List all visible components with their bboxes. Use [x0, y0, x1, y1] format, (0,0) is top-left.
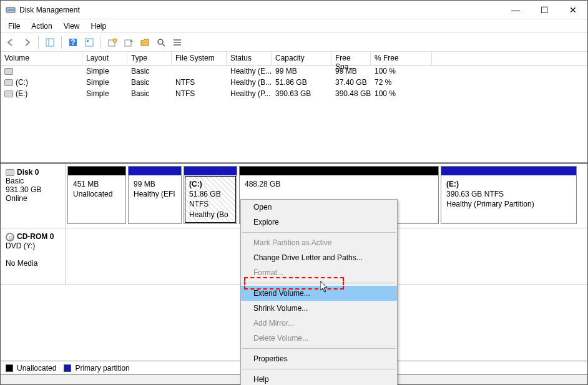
- minimize-button[interactable]: —: [501, 1, 530, 19]
- titlebar: Disk Management — ☐ ✕: [1, 1, 587, 19]
- partition[interactable]: 451 MBUnallocated: [67, 166, 126, 224]
- forward-button[interactable]: [19, 35, 34, 50]
- ctx-extend-volume[interactable]: Extend Volume...: [241, 286, 397, 301]
- partition[interactable]: 99 MBHealthy (EFI: [128, 166, 182, 224]
- menu-view[interactable]: View: [59, 21, 85, 32]
- ctx-shrink-volume[interactable]: Shrink Volume...: [241, 301, 397, 316]
- partition[interactable]: (E:)390.63 GB NTFSHealthy (Primary Parti…: [441, 166, 577, 224]
- svg-point-11: [158, 39, 163, 44]
- create-vhd-button[interactable]: [105, 35, 120, 50]
- volume-row[interactable]: (E:)SimpleBasicNTFSHealthy (P...390.63 G…: [1, 88, 587, 99]
- help-button[interactable]: ?: [66, 35, 81, 50]
- ctx-add-mirror: Add Mirror...: [241, 316, 397, 331]
- disk-management-window: Disk Management — ☐ ✕ File Action View H…: [0, 0, 588, 385]
- col-capacity[interactable]: Capacity: [272, 52, 331, 65]
- legend-primary: Primary partition: [75, 364, 129, 373]
- col-volume[interactable]: Volume: [1, 52, 82, 65]
- svg-rect-13: [174, 39, 181, 41]
- window-title: Disk Management: [19, 6, 501, 14]
- menu-action[interactable]: Action: [26, 21, 57, 32]
- ctx-mark-active: Mark Partition as Active: [241, 235, 397, 250]
- maximize-button[interactable]: ☐: [530, 1, 559, 19]
- svg-rect-6: [86, 39, 93, 46]
- attach-vhd-button[interactable]: [121, 35, 136, 50]
- volume-row[interactable]: (C:)SimpleBasicNTFSHealthy (B...51.86 GB…: [1, 77, 587, 88]
- col-filesystem[interactable]: File System: [172, 52, 227, 65]
- menubar: File Action View Help: [1, 19, 587, 33]
- settings-button[interactable]: [82, 35, 97, 50]
- rescan-button[interactable]: [154, 35, 169, 50]
- legend-primary-swatch: [64, 364, 71, 372]
- ctx-format: Format...: [241, 265, 397, 280]
- back-button[interactable]: [3, 35, 18, 50]
- svg-rect-2: [46, 39, 54, 46]
- ctx-delete-volume: Delete Volume...: [241, 331, 397, 346]
- list-button[interactable]: [170, 35, 185, 50]
- disk-0-label[interactable]: Disk 0 Basic 931.30 GB Online: [1, 164, 66, 228]
- cdrom-0-label[interactable]: CD-ROM 0 DVD (Y:) No Media: [1, 228, 66, 284]
- context-menu: Open Explore Mark Partition as Active Ch…: [240, 199, 398, 385]
- cdrom-icon: [6, 233, 14, 241]
- ctx-explore[interactable]: Explore: [241, 215, 397, 230]
- col-type[interactable]: Type: [127, 52, 172, 65]
- close-button[interactable]: ✕: [559, 1, 587, 19]
- svg-line-12: [162, 44, 165, 46]
- app-icon: [6, 5, 16, 15]
- volume-list: Volume Layout Type File System Status Ca…: [1, 52, 587, 163]
- svg-rect-10: [125, 40, 131, 46]
- ctx-help[interactable]: Help: [241, 372, 397, 385]
- col-layout[interactable]: Layout: [82, 52, 127, 65]
- col-free[interactable]: Free Spa...: [331, 52, 371, 65]
- ctx-change-letter[interactable]: Change Drive Letter and Paths...: [241, 250, 397, 265]
- col-status[interactable]: Status: [227, 52, 272, 65]
- svg-rect-1: [7, 9, 14, 11]
- partition[interactable]: (C:)51.86 GB NTFSHealthy (Bo: [184, 166, 237, 224]
- show-hide-tree-button[interactable]: [42, 35, 57, 50]
- volume-row[interactable]: SimpleBasicHealthy (E...99 MB99 MB100 %: [1, 66, 587, 77]
- toolbar: ?: [1, 33, 587, 52]
- svg-text:?: ?: [71, 38, 75, 47]
- open-button[interactable]: [137, 35, 152, 50]
- menu-help[interactable]: Help: [86, 21, 112, 32]
- ctx-properties[interactable]: Properties: [241, 351, 397, 366]
- ctx-open[interactable]: Open: [241, 200, 397, 215]
- volume-header: Volume Layout Type File System Status Ca…: [1, 52, 587, 66]
- svg-point-9: [113, 39, 117, 42]
- col-pctfree[interactable]: % Free: [371, 52, 432, 65]
- menu-file[interactable]: File: [3, 21, 25, 32]
- svg-rect-15: [174, 44, 181, 46]
- svg-rect-7: [87, 40, 89, 42]
- legend-unallocated-swatch: [6, 364, 13, 372]
- legend-unallocated: Unallocated: [17, 364, 56, 373]
- disk-icon: [6, 169, 14, 176]
- svg-rect-14: [174, 42, 181, 43]
